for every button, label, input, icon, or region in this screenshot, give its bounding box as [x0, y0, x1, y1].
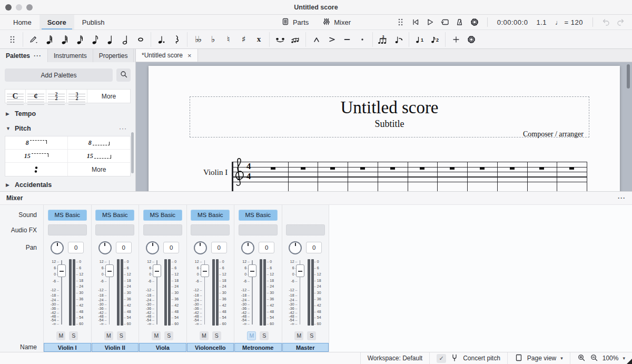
mute-button[interactable]: M — [294, 331, 303, 340]
note-whole-button[interactable] — [133, 32, 148, 47]
channel-name[interactable]: Metronome — [234, 343, 282, 352]
pan-knob[interactable] — [146, 241, 159, 254]
pan-knob[interactable] — [289, 241, 302, 254]
whole-rest[interactable] — [569, 167, 574, 170]
solo-button[interactable]: S — [307, 331, 316, 340]
metronome-button[interactable] — [453, 16, 466, 28]
sound-button[interactable]: MS Basic — [191, 210, 230, 221]
channel-name[interactable]: Violin I — [44, 343, 91, 352]
whole-rest[interactable] — [450, 167, 455, 170]
window-resize-grip[interactable] — [627, 359, 632, 364]
tie-button[interactable] — [272, 32, 288, 47]
minimize-window-button[interactable] — [16, 4, 22, 11]
whole-rest[interactable] — [420, 167, 424, 170]
whole-rest[interactable] — [271, 167, 275, 170]
audio-fx-field[interactable] — [286, 224, 325, 235]
tenuto-button[interactable] — [339, 32, 354, 47]
add-button[interactable] — [448, 32, 463, 47]
fader-handle[interactable] — [296, 264, 304, 277]
double-flat-button[interactable]: ♭♭ — [190, 32, 205, 47]
whole-rest[interactable] — [330, 167, 335, 170]
palette-item-staff-type-change[interactable] — [5, 163, 68, 176]
pan-knob[interactable] — [194, 241, 207, 254]
palette-item-ottava-15-bassa[interactable]: 15 — [68, 150, 131, 163]
pan-value[interactable]: 0 — [163, 242, 179, 253]
fader-handle[interactable] — [201, 264, 209, 277]
fader-handle[interactable] — [105, 264, 114, 277]
note-input-pencil-button[interactable] — [26, 32, 41, 47]
workspace-selector[interactable]: Workspace: Default — [360, 352, 430, 364]
tempo-display[interactable]: ♩ = 120 — [552, 18, 586, 26]
close-tab-icon[interactable]: × — [187, 52, 192, 60]
palettes-menu-button[interactable]: ··· — [34, 52, 42, 60]
timesig-more-button[interactable]: More — [87, 90, 130, 103]
channel-name[interactable]: Violin II — [92, 343, 139, 352]
flip-direction-button[interactable] — [391, 32, 406, 47]
sound-button[interactable]: MS Basic — [239, 210, 278, 221]
mute-button[interactable]: M — [200, 331, 209, 340]
fader-handle[interactable] — [153, 264, 161, 277]
view-mode-selector[interactable]: Page view ▾ — [507, 352, 570, 364]
palette-search-button[interactable] — [116, 68, 131, 82]
whole-rest[interactable] — [480, 167, 485, 170]
pan-value[interactable]: 0 — [259, 242, 274, 253]
customize-toolbar-button[interactable] — [463, 32, 479, 47]
main-tab-publish[interactable]: Publish — [74, 15, 113, 29]
solo-button[interactable]: S — [260, 331, 269, 340]
fader-handle[interactable] — [248, 264, 256, 277]
palette-item-ottava-8-alta[interactable]: 8 — [5, 136, 68, 150]
title-frame[interactable]: Untitled score Subtitle Composer / arran… — [190, 96, 589, 137]
channel-name[interactable]: Viola — [139, 343, 186, 352]
panel-tab-palettes[interactable]: Palettes··· — [0, 49, 48, 62]
zoom-window-button[interactable] — [26, 4, 33, 11]
score-scrollbar[interactable] — [627, 64, 630, 88]
mute-button[interactable]: M — [56, 331, 65, 340]
solo-button[interactable]: S — [212, 331, 221, 340]
flat-button[interactable]: ♭ — [205, 32, 221, 47]
add-palettes-button[interactable]: Add Palettes — [5, 68, 113, 82]
pitch-more-button[interactable]: More — [68, 163, 131, 176]
solo-button[interactable]: S — [69, 331, 78, 340]
zoom-level[interactable]: 100% — [603, 355, 619, 362]
palette-item-ottava-8-bassa[interactable]: 8 — [68, 136, 131, 150]
whole-rest[interactable] — [301, 167, 305, 170]
audio-fx-field[interactable] — [239, 224, 278, 235]
note-64th-button[interactable] — [41, 32, 56, 47]
treble-clef[interactable] — [233, 156, 245, 189]
score-canvas[interactable]: Untitled score Subtitle Composer / arran… — [136, 62, 632, 191]
palette-item-timesig-¢[interactable]: ¢ — [26, 90, 46, 103]
document-tab[interactable]: *Untitled score × — [136, 49, 198, 62]
voice-2-button[interactable]: 2 — [427, 32, 442, 47]
pitch-menu-button[interactable]: ··· — [119, 125, 135, 132]
sharp-button[interactable]: ♯ — [236, 32, 251, 47]
note-32nd-button[interactable] — [56, 32, 72, 47]
rewind-button[interactable] — [409, 16, 422, 28]
fader-handle[interactable] — [57, 264, 66, 277]
undo-button[interactable] — [599, 16, 612, 28]
pan-value[interactable]: 0 — [306, 242, 322, 253]
mute-button[interactable]: M — [247, 331, 256, 340]
note-8th-button[interactable] — [87, 32, 102, 47]
loop-playback-button[interactable] — [439, 16, 451, 28]
pan-value[interactable]: 0 — [211, 242, 227, 253]
voice-1-button[interactable]: 1 — [412, 32, 427, 47]
channel-name[interactable]: Master — [282, 343, 329, 352]
audio-fx-field[interactable] — [143, 224, 182, 235]
score-subtitle[interactable]: Subtitle — [374, 119, 404, 130]
palette-item-ottava-15-alta[interactable]: 15 — [5, 150, 68, 163]
main-tab-score[interactable]: Score — [39, 15, 74, 29]
palette-item-timesig-C[interactable]: C — [5, 90, 26, 103]
channel-name[interactable]: Violoncello — [187, 343, 234, 352]
pan-value[interactable]: 0 — [116, 242, 132, 253]
pan-knob[interactable] — [51, 241, 64, 254]
playback-grip-icon[interactable] — [394, 16, 407, 28]
whole-rest[interactable] — [510, 167, 515, 170]
tuplet-button[interactable]: 3 — [376, 32, 391, 47]
palette-scrollbar[interactable] — [131, 132, 134, 173]
redo-button[interactable] — [614, 16, 627, 28]
time-signature[interactable]: 4 4 — [246, 161, 251, 181]
instrument-label[interactable]: Violin I — [203, 168, 228, 177]
sound-button[interactable]: MS Basic — [48, 210, 87, 221]
close-window-button[interactable] — [5, 4, 12, 11]
sound-button[interactable]: MS Basic — [143, 210, 182, 221]
